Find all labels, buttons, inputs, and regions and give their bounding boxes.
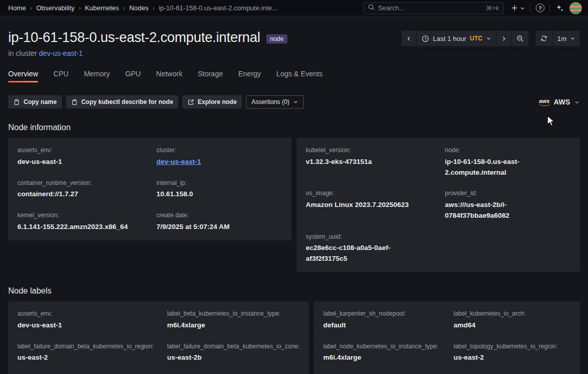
divider [550,4,550,12]
info-card: asserts_env: dev-us-east-1 cluster: dev-… [8,138,291,240]
refresh-interval-label: 1m [557,35,566,43]
info-field: os_image: Amazon Linux 2023.7.20250623 [306,189,432,221]
tab-cpu[interactable]: CPU [53,70,69,82]
time-range-picker[interactable]: Last 1 hour UTC [417,31,496,46]
info-field: asserts_env: dev-us-east-1 [17,309,154,331]
breadcrumb-separator-icon: › [123,5,125,12]
field-label: label_failure_domain_beta_kubernetes_io_… [17,342,154,351]
external-link-icon [187,99,194,106]
copy-name-button[interactable]: Copy name [8,95,62,109]
field-label: container_runtime_version: [17,178,143,188]
subtitle-prefix: in cluster [8,49,37,57]
tab-energy[interactable]: Energy [238,70,261,82]
copy-kubectl-label: Copy kubectl describe for node [81,98,173,106]
toolbar: Copy name Copy kubectl describe for node… [8,95,580,109]
assertions-dropdown[interactable]: Assertions (0) [246,95,304,109]
info-field: label_topology_kubernetes_io_region: us-… [454,342,571,364]
info-field: cluster: dev-us-east-1 [157,146,283,168]
tab-memory[interactable]: Memory [84,70,110,82]
chevron-down-icon [570,36,575,41]
breadcrumb-item[interactable]: Kubernetes [85,4,119,12]
field-value: us-east-2b [167,352,300,363]
zoom-out-icon [516,35,524,43]
info-field: label_beta_kubernetes_io_instance_type: … [167,309,300,331]
field-label: create date: [157,211,283,220]
help-button[interactable]: ? [536,4,544,12]
refresh-interval-picker[interactable]: 1m [553,31,580,46]
field-value: 6.1.141-155.222.amzn2023.x86_64 [17,222,143,233]
breadcrumb-item[interactable]: Observability [36,4,75,12]
cloud-provider-dropdown[interactable]: aws AWS [539,98,580,106]
explore-node-button[interactable]: Explore node [182,95,242,109]
cluster-link[interactable]: dev-us-east-1 [39,49,83,57]
chevron-down-icon [520,6,525,11]
angle-right-icon [501,36,507,41]
field-label: node: [445,146,571,155]
tab-bar: OverviewCPUMemoryGPUNetworkStorageEnergy… [0,70,588,82]
search-icon [368,4,375,13]
breadcrumb-item[interactable]: Nodes [129,4,149,12]
field-label: label_topology_kubernetes_io_region: [454,342,571,351]
copy-kubectl-describe-button[interactable]: Copy kubectl describe for node [66,95,178,109]
breadcrumb-separator-icon: › [79,5,81,12]
tab-network[interactable]: Network [156,70,182,82]
top-nav: Home›Observability›Kubernetes›Nodes›ip-1… [0,0,588,16]
section-title: Node information [8,123,580,132]
divider [530,4,531,12]
field-label: label_kubernetes_io_arch: [454,309,571,319]
user-avatar[interactable] [570,2,582,14]
node-type-badge: node [266,34,287,44]
time-shift-back-button[interactable] [402,31,416,46]
zoom-out-button[interactable] [512,31,529,46]
add-new-button[interactable] [511,4,525,12]
search-shortcut: ⌘+k [486,5,499,12]
tab-gpu[interactable]: GPU [125,70,140,82]
ai-sparkles-button[interactable] [555,4,564,13]
breadcrumb-item: ip-10-61-158-0.us-east-2.compute.inte... [159,4,278,12]
section: Node labels asserts_env: dev-us-east-1 l… [8,286,580,374]
time-controls: Last 1 hour UTC 1m [402,31,580,46]
info-card: label_karpenter_sh_nodepool: default lab… [314,301,580,374]
info-field: container_runtime_version: containerd://… [17,178,143,200]
field-value: m6i.4xlarge [167,320,300,331]
field-value: us-east-2 [454,352,571,363]
info-field: kernel_version: 6.1.141-155.222.amzn2023… [17,211,143,233]
timezone-label: UTC [470,35,482,42]
clipboard-icon [71,99,78,106]
chevron-down-icon [486,36,491,41]
chevron-down-icon [574,99,580,105]
chevron-down-icon [293,99,298,105]
search-input[interactable] [378,4,483,12]
field-label: cluster: [157,146,283,155]
info-field: node: ip-10-61-158-0.us-east-2.compute.i… [445,146,571,178]
info-field: label_kubernetes_io_arch: amd64 [454,309,571,331]
breadcrumb: Home›Observability›Kubernetes›Nodes›ip-1… [8,4,278,12]
time-range-label: Last 1 hour [433,35,466,43]
field-value: amd64 [454,320,571,331]
info-field: create date: 7/9/2025 at 5:07:24 AM [157,211,283,233]
field-value: dev-us-east-1 [157,157,283,168]
info-field: internal_ip: 10.61.158.0 [157,178,283,200]
info-card: asserts_env: dev-us-east-1 label_beta_ku… [8,301,309,374]
field-label: kernel_version: [17,211,143,220]
info-field: provider_id: aws:///us-east-2b/i-0784f37… [445,189,571,221]
search-box[interactable]: ⌘+k [363,2,503,14]
time-shift-forward-button[interactable] [496,31,511,46]
breadcrumb-item[interactable]: Home [8,4,26,12]
field-label: label_beta_kubernetes_io_instance_type: [167,309,300,319]
field-value-link[interactable]: dev-us-east-1 [157,158,201,165]
cluster-subtitle: in clusterdev-us-east-1 [8,49,287,57]
tab-overview[interactable]: Overview [8,70,38,82]
tab-storage[interactable]: Storage [198,70,223,82]
field-label: label_failure_domain_beta_kubernetes_io_… [167,342,300,351]
refresh-button[interactable] [536,31,552,46]
field-value: containerd://1.7.27 [17,189,143,200]
field-value: v1.32.3-eks-473151a [306,157,432,168]
field-value: aws:///us-east-2b/i-0784f37bbae9a6082 [445,200,571,221]
tab-logs-events[interactable]: Logs & Events [277,70,323,82]
info-field: label_node_kubernetes_io_instance_type: … [323,342,440,364]
page-title: ip-10-61-158-0.us-east-2.compute.interna… [8,30,260,46]
info-card: kubelet_version: v1.32.3-eks-473151a nod… [297,138,580,272]
refresh-icon [540,35,548,42]
info-field: label_failure_domain_beta_kubernetes_io_… [17,342,154,364]
